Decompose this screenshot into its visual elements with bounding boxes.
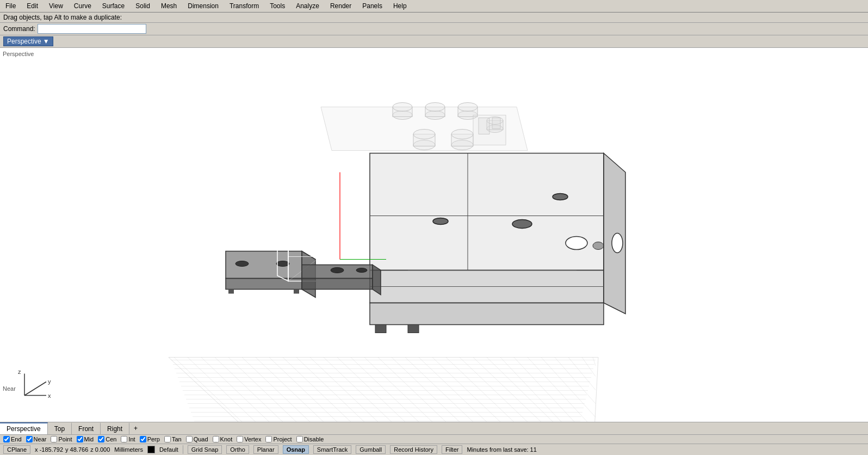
divider-1 — [183, 445, 183, 454]
osnap-disable: Disable — [296, 436, 324, 442]
viewport-corner-perspective: Perspective — [3, 51, 34, 57]
menu-view[interactable]: View — [46, 1, 66, 11]
svg-point-90 — [451, 130, 473, 139]
menu-dimension[interactable]: Dimension — [184, 1, 222, 11]
osnap-quad-checkbox[interactable] — [186, 436, 193, 442]
osnap-int: Int — [121, 436, 135, 442]
menu-panels[interactable]: Panels — [359, 1, 386, 11]
menu-help[interactable]: Help — [390, 1, 410, 11]
osnap-project-checkbox[interactable] — [265, 436, 272, 442]
status-message: Drag objects, tap Alt to make a duplicat… — [0, 13, 868, 23]
svg-point-72 — [612, 233, 623, 253]
osnap-knot-label: Knot — [220, 436, 233, 442]
coord-z: z 0.000 — [90, 446, 110, 453]
tab-top[interactable]: Top — [48, 422, 72, 434]
osnap-bar: End Near Point Mid Cen Int Perp Tan Quad… — [0, 434, 868, 444]
menu-analyze[interactable]: Analyze — [293, 1, 323, 11]
viewport-tabs: Perspective Top Front Right + — [0, 422, 868, 434]
coord-x: x -185.792 — [35, 446, 63, 453]
layer-name: Default — [159, 446, 178, 453]
svg-rect-63 — [375, 325, 386, 333]
menu-edit[interactable]: Edit — [23, 1, 41, 11]
osnap-near-label: Near — [34, 436, 47, 442]
osnap-near-checkbox[interactable] — [26, 436, 33, 442]
svg-point-70 — [566, 237, 587, 250]
osnap-point-checkbox[interactable] — [51, 436, 57, 442]
svg-rect-96 — [492, 118, 500, 129]
osnap-end-label: End — [11, 436, 22, 442]
menu-surface[interactable]: Surface — [99, 1, 128, 11]
svg-point-100 — [235, 261, 249, 267]
tab-right[interactable]: Right — [101, 422, 129, 434]
filter-button[interactable]: Filter — [442, 445, 462, 454]
command-bar: Command: — [0, 23, 868, 35]
osnap-vertex-checkbox[interactable] — [237, 436, 243, 442]
tab-add-button[interactable]: + — [129, 423, 142, 434]
menu-mesh[interactable]: Mesh — [158, 1, 180, 11]
svg-point-87 — [413, 130, 435, 139]
osnap-knot: Knot — [213, 436, 233, 442]
menu-render[interactable]: Render — [327, 1, 355, 11]
osnap-project-label: Project — [273, 436, 292, 442]
viewport-dropdown-icon: ▼ — [43, 38, 49, 45]
ortho-button[interactable]: Ortho — [226, 445, 249, 454]
tab-front[interactable]: Front — [72, 422, 101, 434]
menu-curve[interactable]: Curve — [71, 1, 95, 11]
osnap-disable-label: Disable — [304, 436, 324, 442]
smart-track-button[interactable]: SmartTrack — [313, 445, 351, 454]
svg-rect-64 — [408, 325, 419, 333]
osnap-button[interactable]: Osnap — [283, 445, 309, 454]
coord-y: y 48.766 — [65, 446, 88, 453]
osnap-point-label: Point — [58, 436, 72, 442]
svg-point-67 — [512, 220, 532, 229]
top-components — [321, 103, 528, 151]
menu-transform[interactable]: Transform — [226, 1, 262, 11]
viewport-label-button[interactable]: Perspective ▼ — [3, 36, 53, 46]
tab-perspective[interactable]: Perspective — [0, 422, 48, 434]
svg-point-69 — [433, 218, 448, 225]
grid-snap-button[interactable]: Grid Snap — [188, 445, 222, 454]
cplane-button[interactable]: CPlane — [3, 445, 30, 454]
svg-marker-62 — [370, 303, 604, 325]
osnap-project: Project — [265, 436, 292, 442]
svg-point-71 — [593, 242, 604, 250]
svg-rect-103 — [294, 290, 299, 294]
svg-text:z: z — [18, 368, 21, 375]
svg-rect-102 — [228, 290, 234, 294]
status-bar-bottom: CPlane x -185.792 y 48.766 z 0.000 Milli… — [0, 444, 868, 455]
svg-point-68 — [553, 194, 568, 200]
osnap-tan-checkbox[interactable] — [164, 436, 171, 442]
svg-rect-95 — [479, 118, 489, 134]
gumball-button[interactable]: Gumball — [356, 445, 386, 454]
osnap-int-checkbox[interactable] — [121, 436, 127, 442]
menu-bar: File Edit View Curve Surface Solid Mesh … — [0, 0, 868, 13]
planar-button[interactable]: Planar — [253, 445, 278, 454]
main-box — [370, 153, 625, 333]
osnap-mid-checkbox[interactable] — [77, 436, 83, 442]
viewport-label-bar: Perspective ▼ — [0, 35, 868, 48]
svg-point-84 — [458, 103, 478, 112]
osnap-perp-checkbox[interactable] — [140, 436, 146, 442]
svg-point-101 — [276, 261, 289, 267]
svg-marker-113 — [373, 265, 381, 295]
osnap-tan: Tan — [164, 436, 182, 442]
osnap-int-label: Int — [128, 436, 135, 442]
osnap-cen-checkbox[interactable] — [98, 436, 104, 442]
record-history-button[interactable]: Record History — [390, 445, 437, 454]
osnap-vertex-label: Vertex — [244, 436, 261, 442]
viewport-name: Perspective — [7, 38, 41, 45]
osnap-knot-checkbox[interactable] — [213, 436, 219, 442]
units-label: Millimeters — [114, 446, 143, 453]
minutes-label: Minutes from last save: 11 — [467, 446, 536, 453]
svg-marker-98 — [226, 279, 302, 290]
menu-tools[interactable]: Tools — [266, 1, 288, 11]
osnap-disable-checkbox[interactable] — [296, 436, 303, 442]
osnap-vertex: Vertex — [237, 436, 261, 442]
main-viewport[interactable]: x y z Perspective Near — [0, 48, 868, 422]
menu-solid[interactable]: Solid — [132, 1, 153, 11]
command-input[interactable] — [38, 24, 146, 34]
osnap-mid-label: Mid — [84, 436, 94, 442]
osnap-quad-label: Quad — [194, 436, 208, 442]
menu-file[interactable]: File — [2, 1, 19, 11]
osnap-end-checkbox[interactable] — [3, 436, 10, 442]
